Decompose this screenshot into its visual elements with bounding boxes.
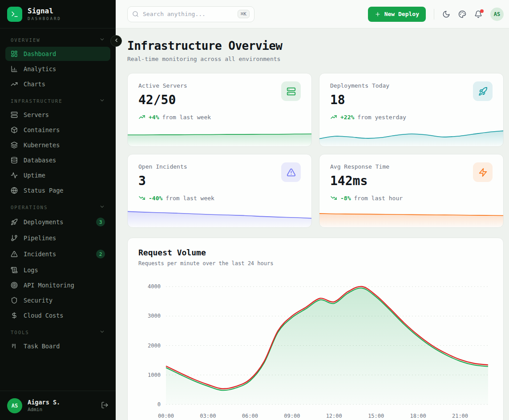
main-area: ⌘K New Deploy AS [116, 0, 509, 420]
app-window: Signal DASHBOARD OVERVIEW Dashboard Anal… [0, 0, 509, 420]
trend-text: from last week [162, 114, 211, 121]
kanban-icon [11, 343, 18, 350]
trend-down-icon [330, 194, 337, 202]
search-icon [132, 11, 139, 17]
sidebar-item-deployments[interactable]: Deployments3 [5, 214, 110, 230]
new-deploy-button[interactable]: New Deploy [368, 7, 426, 22]
sidebar-item-logs[interactable]: Logs [5, 263, 110, 277]
git-branch-icon [11, 234, 18, 242]
zap-icon [473, 162, 493, 182]
request-volume-chart: 0100020003000400000:0003:0006:0009:0012:… [138, 273, 493, 420]
alert-triangle-icon [11, 250, 18, 258]
trend-percent: +22% [340, 114, 354, 121]
stat-trend: -40% from last week [138, 194, 301, 202]
page-content: Infrastructure Overview Real-time monito… [116, 28, 509, 420]
nav-section-header-tools[interactable]: TOOLS [5, 323, 110, 339]
sidebar-item-label: Kubernetes [24, 141, 60, 149]
nav-section-header-overview[interactable]: OVERVIEW [5, 31, 110, 47]
box-icon [11, 126, 18, 133]
svg-text:00:00: 00:00 [158, 413, 174, 419]
svg-text:03:00: 03:00 [200, 413, 216, 419]
stat-value: 142ms [330, 174, 493, 188]
sidebar-item-label: Task Board [24, 343, 60, 350]
divider [434, 9, 434, 20]
dashboard-icon [11, 50, 18, 57]
sparkline-chart [319, 125, 503, 146]
sidebar-item-status-page[interactable]: Status Page [5, 183, 110, 198]
sidebar-item-kubernetes[interactable]: Kubernetes [5, 138, 110, 152]
request-volume-card: Request Volume Requests per minute over … [127, 238, 504, 420]
sparkline-chart [128, 206, 311, 227]
database-icon [11, 157, 18, 164]
user-panel[interactable]: AS Aigars S. Admin [0, 391, 116, 420]
sidebar-item-api-monitoring[interactable]: API Monitoring [5, 278, 110, 292]
search-input[interactable] [143, 11, 234, 17]
stat-trend: +22% from yesterday [330, 113, 493, 121]
layers-icon [11, 141, 18, 149]
sidebar-item-label: Analytics [24, 65, 56, 73]
sidebar-item-containers[interactable]: Containers [5, 123, 110, 137]
dark-mode-toggle[interactable] [442, 10, 450, 18]
moon-icon [442, 10, 450, 18]
svg-text:4000: 4000 [148, 283, 161, 290]
chevron-left-icon [113, 37, 119, 44]
activity-icon [11, 172, 18, 179]
svg-text:3000: 3000 [148, 313, 161, 319]
chevron-down-icon [99, 36, 105, 43]
trend-up-icon [330, 113, 337, 121]
app-subtitle: DASHBOARD [28, 16, 61, 21]
trend-text: from last hour [354, 195, 403, 202]
avatar: AS [7, 398, 22, 413]
svg-text:2000: 2000 [148, 343, 161, 349]
page-subtitle: Real-time monitoring across all environm… [127, 56, 504, 62]
sidebar-item-cloud-costs[interactable]: Cloud Costs [5, 308, 110, 323]
avatar[interactable]: AS [490, 8, 504, 21]
search-box[interactable]: ⌘K [127, 6, 254, 22]
trend-text: from last week [166, 195, 214, 202]
sparkline-chart [319, 206, 503, 227]
sidebar-item-label: Cloud Costs [24, 312, 63, 319]
sidebar-item-label: Status Page [24, 187, 63, 194]
stat-label: Avg Response Time [330, 163, 493, 170]
nav-section-overview: OVERVIEW Dashboard Analytics Charts [5, 31, 110, 91]
sidebar-item-charts[interactable]: Charts [5, 77, 110, 91]
sidebar-item-label: Pipelines [24, 234, 56, 242]
svg-text:18:00: 18:00 [410, 413, 426, 419]
trend-percent: -40% [149, 195, 162, 202]
sidebar-item-label: Uptime [24, 172, 45, 179]
sidebar-item-servers[interactable]: Servers [5, 108, 110, 122]
sidebar-item-analytics[interactable]: Analytics [5, 62, 110, 76]
notifications-button[interactable] [474, 10, 482, 18]
terminal-icon [7, 7, 22, 22]
stat-value: 3 [138, 174, 301, 188]
chevron-down-icon [99, 329, 105, 335]
sidebar-item-task-board[interactable]: Task Board [5, 339, 110, 353]
stat-label: Deployments Today [330, 82, 493, 89]
sidebar: Signal DASHBOARD OVERVIEW Dashboard Anal… [0, 0, 116, 420]
svg-text:1000: 1000 [148, 372, 161, 378]
sidebar-item-pipelines[interactable]: Pipelines [5, 231, 110, 245]
nav-section-tools: TOOLS Task Board [5, 323, 110, 353]
sidebar-item-uptime[interactable]: Uptime [5, 168, 110, 182]
sidebar-item-databases[interactable]: Databases [5, 153, 110, 167]
notification-dot [480, 9, 484, 13]
sidebar-item-dashboard[interactable]: Dashboard [5, 47, 110, 61]
sidebar-item-security[interactable]: Security [5, 293, 110, 307]
theme-button[interactable] [458, 10, 466, 18]
logout-button[interactable] [101, 401, 109, 410]
stat-card-open-incidents: Open Incidents 3 -40% from last week [127, 154, 312, 228]
rocket-icon [473, 81, 493, 101]
sidebar-item-incidents[interactable]: Incidents2 [5, 246, 110, 262]
topbar: ⌘K New Deploy AS [116, 0, 509, 28]
trend-text: from yesterday [357, 114, 406, 121]
badge-count: 2 [96, 250, 105, 258]
svg-text:06:00: 06:00 [242, 413, 258, 419]
sidebar-item-label: Dashboard [24, 50, 56, 57]
sidebar-collapse-button[interactable] [110, 35, 122, 47]
nav-section-header-infrastructure[interactable]: INFRASTRUCTURE [5, 92, 110, 108]
new-deploy-label: New Deploy [384, 11, 419, 17]
nav-section-label: INFRASTRUCTURE [11, 98, 63, 104]
nav-section-header-operations[interactable]: OPERATIONS [5, 198, 110, 214]
sidebar-item-label: Containers [24, 126, 60, 133]
sidebar-item-label: Security [24, 297, 53, 304]
